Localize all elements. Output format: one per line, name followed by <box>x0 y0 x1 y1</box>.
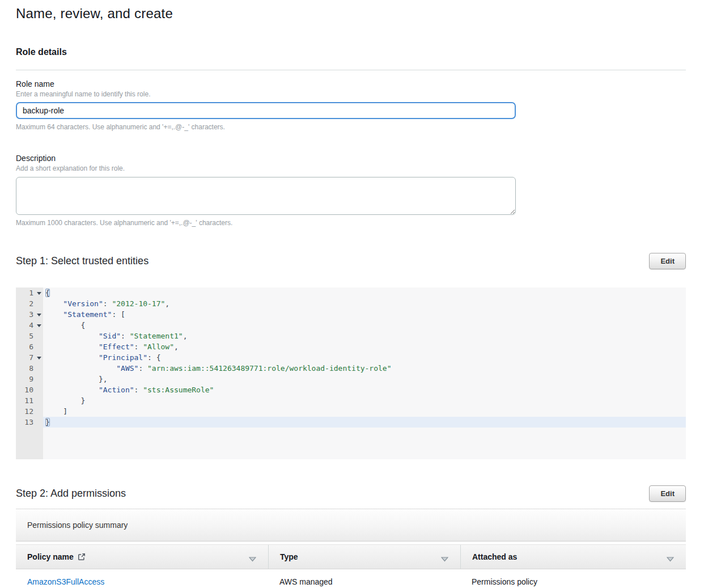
description-label: Description <box>16 154 686 163</box>
json-punctuation <box>45 342 99 351</box>
column-header-label: Type <box>280 552 298 561</box>
step2-header: Step 2: Add permissions Edit <box>16 485 686 502</box>
json-punctuation: : { <box>147 353 160 362</box>
step2-heading: Step 2: Add permissions <box>16 488 126 500</box>
json-punctuation <box>45 353 99 362</box>
json-punctuation: : <box>138 364 147 373</box>
editor-line-number: 11 <box>16 395 43 406</box>
role-name-field: Role name Enter a meaningful name to ide… <box>16 79 686 131</box>
json-key: "Effect" <box>99 342 134 351</box>
json-punctuation: : <box>134 386 143 394</box>
json-punctuation: : <box>103 299 112 308</box>
json-punctuation: , <box>183 332 188 340</box>
json-key: "Sid" <box>99 332 121 340</box>
editor-code-area[interactable]: { "Version": "2012-10-17", "Statement": … <box>43 287 686 459</box>
json-punctuation <box>45 386 99 394</box>
step1-header: Step 1: Select trusted entities Edit <box>16 253 686 269</box>
fold-arrow-icon[interactable] <box>37 357 41 359</box>
step2-edit-button[interactable]: Edit <box>649 485 686 502</box>
section-divider <box>16 70 686 70</box>
editor-code-line: } <box>43 417 686 428</box>
json-punctuation: : <box>121 332 130 340</box>
editor-line-number: 4 <box>16 320 43 331</box>
editor-line-number: 5 <box>16 331 43 341</box>
editor-code-line: }, <box>43 374 686 384</box>
filter-caret-down-icon[interactable] <box>441 555 448 564</box>
json-punctuation <box>45 332 99 340</box>
editor-code-line: "Action": "sts:AssumeRole" <box>43 384 686 395</box>
editor-line-number: 1 <box>16 287 43 298</box>
filter-caret-down-icon[interactable] <box>249 555 256 564</box>
editor-code-line: "AWS": "arn:aws:iam::541263489771:role/w… <box>43 363 686 374</box>
json-value: "Statement1" <box>130 332 183 340</box>
editor-line-number: 6 <box>16 341 43 352</box>
json-key: "AWS" <box>116 364 138 373</box>
policy-type-cell: AWS managed <box>268 569 460 588</box>
description-field: Description Add a short explanation for … <box>16 154 686 227</box>
json-key: "Principal" <box>99 353 147 362</box>
role-details-heading: Role details <box>16 47 686 57</box>
json-value: "Allow" <box>143 342 174 351</box>
editor-code-line: "Effect": "Allow", <box>43 341 686 352</box>
json-punctuation <box>45 299 63 308</box>
editor-code-line: { <box>43 320 686 331</box>
editor-line-number: 3 <box>16 309 43 320</box>
external-link-icon[interactable] <box>78 553 86 561</box>
permissions-panel-title: Permissions policy summary <box>16 509 686 542</box>
json-punctuation: { <box>45 321 85 329</box>
editor-code-line: "Statement": [ <box>43 309 686 320</box>
json-punctuation <box>45 364 116 373</box>
role-name-input[interactable] <box>16 102 516 119</box>
table-body: AmazonS3FullAccessAWS managedPermissions… <box>16 569 686 588</box>
json-punctuation: } <box>45 396 85 405</box>
fold-arrow-icon[interactable] <box>37 292 41 295</box>
json-punctuation: : [ <box>112 310 125 319</box>
editor-code-line: { <box>43 287 686 298</box>
step1-heading: Step 1: Select trusted entities <box>16 255 149 267</box>
editor-line-number: 13 <box>16 417 43 428</box>
fold-arrow-icon[interactable] <box>37 314 41 316</box>
step1-section: Step 1: Select trusted entities Edit 123… <box>16 253 686 459</box>
editor-code-line: } <box>43 395 686 406</box>
json-punctuation: , <box>165 299 169 308</box>
description-help: Add a short explanation for this role. <box>16 164 686 172</box>
trust-policy-json-editor[interactable]: 12345678910111213 { "Version": "2012-10-… <box>16 287 686 459</box>
json-value: "sts:AssumeRole" <box>143 386 214 394</box>
role-details-section: Role details Role name Enter a meaningfu… <box>16 47 686 227</box>
editor-line-number: 7 <box>16 352 43 363</box>
column-header-label: Attached as <box>472 552 517 561</box>
editor-gutter: 12345678910111213 <box>16 287 43 459</box>
policy-name-cell: AmazonS3FullAccess <box>16 569 268 588</box>
permissions-policy-table: Policy nameTypeAttached as AmazonS3FullA… <box>16 544 686 588</box>
column-header-attached-as: Attached as <box>460 545 686 569</box>
editor-line-number: 8 <box>16 363 43 374</box>
page-title: Name, review, and create <box>16 6 686 22</box>
editor-line-number: 10 <box>16 384 43 395</box>
json-punctuation: }, <box>45 375 108 383</box>
filter-caret-down-icon[interactable] <box>667 555 674 564</box>
json-punctuation <box>45 310 63 319</box>
editor-line-number: 12 <box>16 406 43 417</box>
table-row: AmazonS3FullAccessAWS managedPermissions… <box>16 569 686 588</box>
step1-edit-button[interactable]: Edit <box>649 253 686 269</box>
json-key: "Statement" <box>63 310 112 319</box>
editor-code-line: "Principal": { <box>43 352 686 363</box>
editor-line-number: 2 <box>16 298 43 309</box>
attached-as-cell: Permissions policy <box>460 569 686 588</box>
role-name-help: Enter a meaningful name to identify this… <box>16 90 686 98</box>
description-constraint: Maximum 1000 characters. Use alphanumeri… <box>16 219 686 227</box>
role-name-label: Role name <box>16 79 686 88</box>
json-key: "Version" <box>63 299 103 308</box>
json-key: "Action" <box>99 386 134 394</box>
editor-code-line: "Version": "2012-10-17", <box>43 298 686 309</box>
fold-arrow-icon[interactable] <box>37 324 41 327</box>
json-punctuation: { <box>45 289 50 297</box>
column-header-type: Type <box>268 545 460 569</box>
policy-name-link[interactable]: AmazonS3FullAccess <box>27 577 104 586</box>
json-punctuation: ] <box>45 407 67 416</box>
column-header-policy-name: Policy name <box>16 545 268 569</box>
editor-code-line: "Sid": "Statement1", <box>43 331 686 341</box>
description-textarea[interactable] <box>16 177 516 215</box>
role-name-constraint: Maximum 64 characters. Use alphanumeric … <box>16 123 686 131</box>
page: Name, review, and create Role details Ro… <box>0 0 704 588</box>
